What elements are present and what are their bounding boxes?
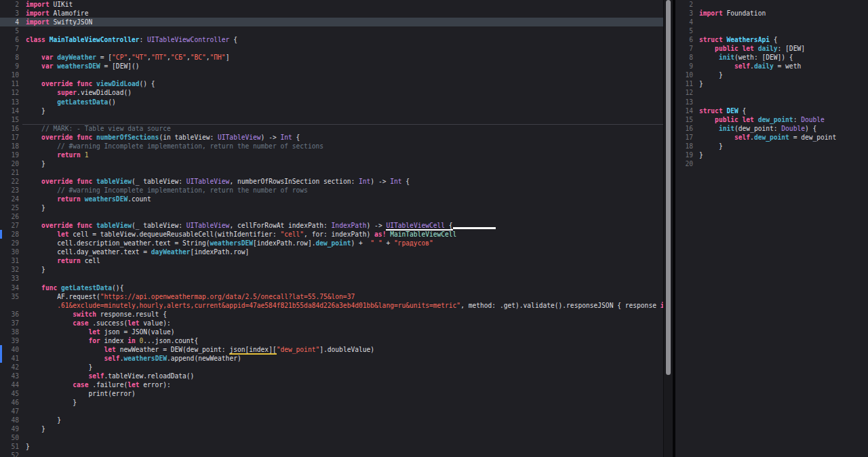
- code-line[interactable]: 51}: [0, 442, 663, 451]
- line-number[interactable]: 5: [675, 26, 693, 35]
- code-line[interactable]: 37 case .success(let value):: [0, 319, 663, 327]
- code-line[interactable]: 27 override func tableView(_ tableView: …: [0, 221, 663, 230]
- code-line[interactable]: 11}: [675, 79, 868, 88]
- code-line[interactable]: 18 // #warning Incomplete implementation…: [0, 142, 663, 151]
- line-number[interactable]: 49: [0, 424, 19, 433]
- line-number[interactable]: 28: [0, 230, 19, 239]
- line-number[interactable]: 18: [0, 142, 19, 151]
- line-number[interactable]: 10: [675, 71, 693, 79]
- line-number[interactable]: 41: [0, 354, 19, 363]
- code-line[interactable]: 8 init(weth: [DEW]) {: [675, 53, 868, 62]
- code-line[interactable]: 30 cell.day_weather.text = dayWeather[in…: [0, 247, 663, 256]
- line-number[interactable]: 30: [0, 247, 19, 256]
- line-number[interactable]: 4: [0, 18, 19, 26]
- code-line[interactable]: 12: [675, 88, 868, 97]
- line-number[interactable]: [0, 301, 19, 310]
- line-number[interactable]: 18: [675, 142, 693, 151]
- line-number[interactable]: 46: [0, 398, 19, 407]
- line-number[interactable]: 15: [0, 115, 19, 124]
- code-line[interactable]: 42 }: [0, 363, 663, 372]
- code-line[interactable]: 7: [0, 44, 663, 53]
- code-line[interactable]: 3import Foundation: [675, 9, 868, 18]
- code-line[interactable]: 34 func getLatestData(){: [0, 283, 663, 292]
- code-line[interactable]: 24 return weathersDEW.count: [0, 195, 663, 203]
- code-line[interactable]: 28 let cell = tableView.dequeueReusableC…: [0, 230, 663, 239]
- line-number[interactable]: 17: [675, 133, 693, 142]
- code-line[interactable]: 3import Alamofire: [0, 9, 663, 18]
- code-line[interactable]: .61&exclude=minutely,hourly,alerts,curre…: [0, 301, 663, 310]
- line-number[interactable]: 6: [675, 35, 693, 44]
- line-number[interactable]: 17: [0, 133, 19, 142]
- line-number[interactable]: 42: [0, 363, 19, 372]
- code-line[interactable]: 33: [0, 274, 663, 283]
- line-number[interactable]: 32: [0, 265, 19, 274]
- line-number[interactable]: 39: [0, 336, 19, 345]
- line-number[interactable]: 25: [0, 203, 19, 212]
- code-line[interactable]: 46 }: [0, 398, 663, 407]
- line-number[interactable]: 12: [0, 88, 19, 97]
- line-number[interactable]: 31: [0, 256, 19, 265]
- code-line[interactable]: 47: [0, 407, 663, 416]
- code-line[interactable]: 43 self.tableView.reloadData(): [0, 372, 663, 380]
- line-number[interactable]: 5: [0, 26, 19, 35]
- code-line[interactable]: 13 getLatestData(): [0, 98, 663, 106]
- code-line[interactable]: 12 super.viewDidLoad(): [0, 88, 663, 97]
- code-line[interactable]: 19}: [675, 151, 868, 159]
- code-line[interactable]: 17 self.dew_point = dew_point: [675, 133, 868, 142]
- code-line[interactable]: 2import UIKit: [0, 0, 663, 9]
- code-line[interactable]: 17 override func numberOfSections(in tab…: [0, 133, 663, 142]
- left-editor-pane[interactable]: 2import UIKit3import Alamofire4import Sw…: [0, 0, 663, 457]
- code-line[interactable]: 21: [0, 168, 663, 177]
- line-number[interactable]: 16: [0, 124, 19, 133]
- line-number[interactable]: 10: [0, 71, 19, 79]
- line-number[interactable]: 50: [0, 433, 19, 442]
- line-number[interactable]: 35: [0, 292, 19, 301]
- line-number[interactable]: 13: [675, 98, 693, 106]
- code-line[interactable]: 9 self.daily = weth: [675, 62, 868, 71]
- code-line[interactable]: 32 }: [0, 265, 663, 274]
- line-number[interactable]: 3: [675, 9, 693, 18]
- line-number[interactable]: 52: [0, 451, 19, 457]
- code-line[interactable]: 23 // #warning Incomplete implementation…: [0, 186, 663, 195]
- line-number[interactable]: 15: [675, 115, 693, 124]
- code-line[interactable]: 31 return cell: [0, 256, 663, 265]
- line-number[interactable]: 2: [0, 0, 19, 9]
- code-line[interactable]: 16 init(dew_point: Double) {: [675, 124, 868, 133]
- code-line[interactable]: 15: [0, 115, 663, 124]
- line-number[interactable]: 20: [0, 159, 19, 168]
- line-number[interactable]: 38: [0, 327, 19, 336]
- line-number[interactable]: 19: [0, 151, 19, 159]
- code-line[interactable]: 38 let json = JSON(value): [0, 327, 663, 336]
- code-line[interactable]: 20 }: [0, 159, 663, 168]
- code-line[interactable]: 49 }: [0, 424, 663, 433]
- line-number[interactable]: 45: [0, 389, 19, 398]
- code-line[interactable]: 10 }: [675, 71, 868, 79]
- line-number[interactable]: 9: [675, 62, 693, 71]
- line-number[interactable]: 13: [0, 98, 19, 106]
- code-line[interactable]: 45 print(error): [0, 389, 663, 398]
- line-number[interactable]: 24: [0, 195, 19, 203]
- code-line[interactable]: 44 case .failure(let error):: [0, 380, 663, 389]
- code-line[interactable]: 52: [0, 451, 663, 457]
- line-number[interactable]: 9: [0, 62, 19, 71]
- code-line[interactable]: 2: [675, 0, 868, 9]
- code-line[interactable]: 39 for index in 0...json.count{: [0, 336, 663, 345]
- line-number[interactable]: 7: [675, 44, 693, 53]
- line-number[interactable]: 47: [0, 407, 19, 416]
- code-line[interactable]: 5: [0, 26, 663, 35]
- line-number[interactable]: 11: [0, 79, 19, 88]
- line-number[interactable]: 12: [675, 88, 693, 97]
- line-number[interactable]: 14: [0, 106, 19, 115]
- line-number[interactable]: 22: [0, 177, 19, 186]
- line-number[interactable]: 14: [675, 106, 693, 115]
- code-line[interactable]: 6struct WeathersApi {: [675, 35, 868, 44]
- scrollbar-thumb[interactable]: [666, 0, 671, 375]
- line-number[interactable]: 27: [0, 221, 19, 230]
- code-line[interactable]: 25 }: [0, 203, 663, 212]
- line-number[interactable]: 19: [675, 151, 693, 159]
- code-line[interactable]: 35 AF.request("https://api.openweatherma…: [0, 292, 663, 301]
- line-number[interactable]: 33: [0, 274, 19, 283]
- code-line[interactable]: 4: [675, 18, 868, 26]
- line-number[interactable]: 43: [0, 372, 19, 380]
- line-number[interactable]: 37: [0, 319, 19, 327]
